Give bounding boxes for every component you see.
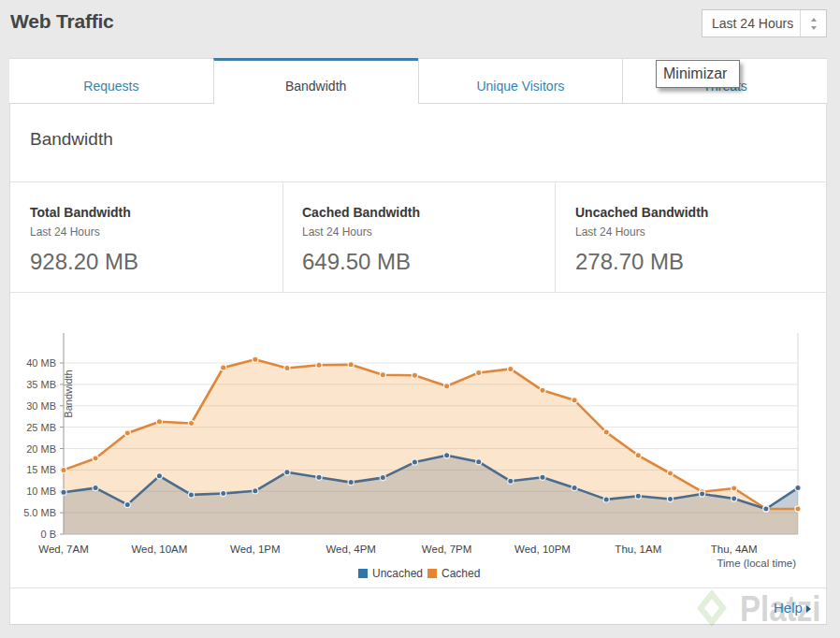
svg-text:Thu, 1AM: Thu, 1AM (615, 544, 661, 555)
svg-text:30 MB: 30 MB (26, 400, 56, 412)
svg-text:Wed, 4PM: Wed, 4PM (326, 544, 375, 555)
svg-text:Wed, 10AM: Wed, 10AM (131, 544, 187, 555)
svg-text:Wed, 7PM: Wed, 7PM (422, 544, 471, 555)
svg-text:Uncached: Uncached (372, 567, 423, 580)
svg-text:5.0 MB: 5.0 MB (23, 507, 56, 518)
svg-text:Bandwidth: Bandwidth (63, 370, 74, 417)
svg-text:35 MB: 35 MB (26, 379, 56, 390)
svg-text:0 B: 0 B (40, 529, 56, 540)
svg-text:25 MB: 25 MB (26, 422, 56, 433)
svg-text:20 MB: 20 MB (26, 443, 56, 455)
svg-text:Wed, 7AM: Wed, 7AM (38, 544, 88, 555)
svg-text:Thu, 4AM: Thu, 4AM (711, 544, 758, 555)
svg-text:Wed, 10PM: Wed, 10PM (514, 544, 571, 555)
svg-text:Time (local time): Time (local time) (717, 558, 796, 569)
svg-text:15 MB: 15 MB (26, 464, 56, 475)
svg-text:Cached: Cached (442, 567, 480, 580)
svg-text:40 MB: 40 MB (26, 357, 56, 369)
svg-text:Wed, 1PM: Wed, 1PM (230, 544, 280, 555)
svg-text:10 MB: 10 MB (26, 486, 56, 497)
